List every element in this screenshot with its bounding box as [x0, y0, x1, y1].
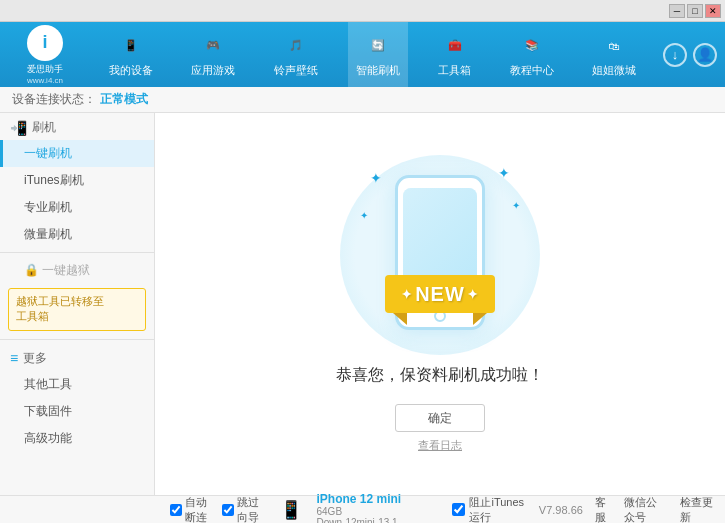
sidebar-section-more: ≡ 更多: [0, 344, 154, 371]
sidebar-section-flash: 📲 刷机: [0, 113, 154, 140]
my-device-icon: 📱: [117, 32, 145, 60]
maximize-btn[interactable]: □: [687, 4, 703, 18]
divider-2: [0, 339, 154, 340]
more-section-label: 更多: [23, 350, 47, 367]
more-section-icon: ≡: [10, 350, 18, 366]
apps-games-icon: 🎮: [199, 32, 227, 60]
nav-item-apps-games[interactable]: 🎮应用游戏: [183, 22, 243, 87]
download-btn[interactable]: ↓: [663, 43, 687, 67]
nav-item-smart-flash[interactable]: 🔄智能刷机: [348, 22, 408, 87]
ribbon-tail-left: [393, 313, 407, 325]
status-prefix: 设备连接状态：: [12, 91, 96, 108]
sparkle-2: ✦: [498, 165, 510, 181]
sidebar: 📲 刷机 一键刷机 iTunes刷机 专业刷机 微量刷机 🔒 一键越狱 越狱工具…: [0, 113, 155, 495]
sidebar-item-one-click-flash[interactable]: 一键刷机: [0, 140, 154, 167]
device-area: 📱 iPhone 12 mini 64GB Down-12mini-13,1: [280, 492, 435, 524]
bottom-full: 自动断连跳过向导 📱 iPhone 12 mini 64GB Down-12mi…: [170, 492, 715, 524]
itunes-bar: 阻止iTunes运行: [447, 495, 526, 524]
smart-flash-icon: 🔄: [364, 32, 392, 60]
header: i 爱思助手 www.i4.cn 📱我的设备🎮应用游戏🎵铃声壁纸🔄智能刷机🧰工具…: [0, 22, 725, 87]
device-name: iPhone 12 mini: [316, 492, 401, 506]
jailbreak-warning: 越狱工具已转移至工具箱: [8, 288, 146, 331]
device-icon: 📱: [280, 499, 302, 521]
wechat-public-link[interactable]: 微信公众号: [624, 495, 668, 524]
logo-url: www.i4.cn: [27, 76, 63, 85]
itunes-label: 阻止iTunes运行: [469, 495, 526, 524]
bottom-checkboxes: 自动断连跳过向导: [170, 495, 268, 524]
status-mode: 正常模式: [100, 91, 148, 108]
sidebar-item-save-flash[interactable]: 微量刷机: [0, 221, 154, 248]
nav-item-my-device[interactable]: 📱我的设备: [101, 22, 161, 87]
nav-item-wechat-mall[interactable]: 🛍姐姐微城: [584, 22, 644, 87]
sidebar-item-jailbreak-disabled: 🔒 一键越狱: [0, 257, 154, 284]
title-bar: ─ □ ✕: [0, 0, 725, 22]
minimize-btn[interactable]: ─: [669, 4, 685, 18]
success-message: 恭喜您，保资料刷机成功啦！: [336, 365, 544, 386]
view-log-link[interactable]: 查看日志: [418, 438, 462, 453]
checkbox-skip-wizard[interactable]: 跳过向导: [222, 495, 268, 524]
flash-section-label: 刷机: [32, 119, 56, 136]
wechat-mall-icon: 🛍: [600, 32, 628, 60]
close-btn[interactable]: ✕: [705, 4, 721, 18]
device-firmware: Down-12mini-13,1: [316, 517, 401, 524]
sparkle-4: ✦: [512, 200, 520, 211]
nav-item-toolbox[interactable]: 🧰工具箱: [430, 22, 479, 87]
sidebar-item-download-firmware[interactable]: 下载固件: [0, 398, 154, 425]
device-info: iPhone 12 mini 64GB Down-12mini-13,1: [316, 492, 401, 524]
content-area: ✦ ✦ ✦ ✦ ✦ ✦NEW✦ 恭喜您，保资料刷机成功: [155, 113, 725, 495]
tutorial-icon: 📚: [518, 32, 546, 60]
sparkle-3: ✦: [360, 210, 368, 221]
logo-area: i 爱思助手 www.i4.cn: [0, 25, 90, 85]
toolbox-icon: 🧰: [441, 32, 469, 60]
check-update-link[interactable]: 检查更新: [680, 495, 715, 524]
nav-item-ringtones[interactable]: 🎵铃声壁纸: [266, 22, 326, 87]
flash-section-icon: 📲: [10, 120, 27, 136]
auto-close-label: 自动断连: [185, 495, 216, 524]
confirm-button[interactable]: 确定: [395, 404, 485, 432]
itunes-checkbox[interactable]: [452, 503, 465, 516]
divider-1: [0, 252, 154, 253]
success-illustration: ✦ ✦ ✦ ✦ ✦ ✦NEW✦: [340, 155, 540, 355]
bottom-bar: 自动断连跳过向导 📱 iPhone 12 mini 64GB Down-12mi…: [0, 495, 725, 523]
main-layout: 📲 刷机 一键刷机 iTunes刷机 专业刷机 微量刷机 🔒 一键越狱 越狱工具…: [0, 113, 725, 495]
skip-wizard-label: 跳过向导: [237, 495, 268, 524]
version-label: V7.98.66: [539, 504, 583, 516]
customer-service-link[interactable]: 客服: [595, 495, 612, 524]
sidebar-item-pro-flash[interactable]: 专业刷机: [0, 194, 154, 221]
auto-close-checkbox[interactable]: [170, 504, 182, 516]
nav-item-tutorial[interactable]: 📚教程中心: [502, 22, 562, 87]
ringtones-icon: 🎵: [282, 32, 310, 60]
ribbon-body: ✦NEW✦: [385, 275, 495, 313]
logo-icon: i: [27, 25, 63, 61]
sidebar-item-itunes-flash[interactable]: iTunes刷机: [0, 167, 154, 194]
new-ribbon: ✦NEW✦: [385, 275, 495, 325]
header-right: ↓ 👤: [655, 43, 725, 67]
nav-items: 📱我的设备🎮应用游戏🎵铃声壁纸🔄智能刷机🧰工具箱📚教程中心🛍姐姐微城: [90, 22, 655, 87]
ribbon-tail-right: [473, 313, 487, 325]
sidebar-item-other-tools[interactable]: 其他工具: [0, 371, 154, 398]
user-btn[interactable]: 👤: [693, 43, 717, 67]
sparkle-1: ✦: [370, 170, 382, 186]
device-storage: 64GB: [316, 506, 401, 517]
checkbox-auto-close[interactable]: 自动断连: [170, 495, 216, 524]
status-bar: 设备连接状态： 正常模式: [0, 87, 725, 113]
skip-wizard-checkbox[interactable]: [222, 504, 234, 516]
logo-title: 爱思助手: [27, 63, 63, 76]
sidebar-item-advanced[interactable]: 高级功能: [0, 425, 154, 452]
